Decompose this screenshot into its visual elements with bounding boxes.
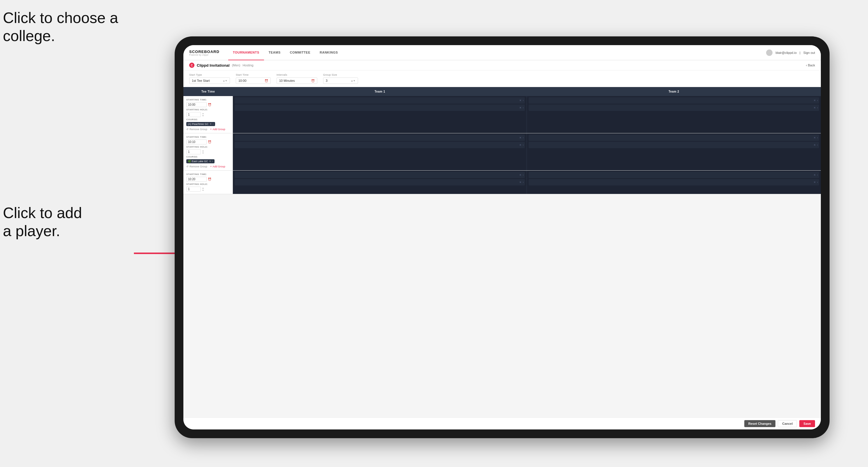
starting-hole-label-1: STARTING HOLE: bbox=[186, 108, 230, 111]
course-expand-1[interactable]: › bbox=[213, 123, 214, 125]
course-expand-2[interactable]: › bbox=[212, 160, 213, 163]
nav-committee[interactable]: COMMITTEE bbox=[285, 45, 315, 60]
nav-rankings[interactable]: RANKINGS bbox=[315, 45, 343, 60]
main-nav: TOURNAMENTS TEAMS COMMITTEE RANKINGS bbox=[228, 45, 767, 60]
starting-hole-field-2: ▲▼ bbox=[186, 149, 230, 154]
player-slot[interactable]: ✕ › bbox=[235, 172, 525, 178]
player-slot[interactable]: ✕ › bbox=[529, 134, 819, 141]
player-x-icon: ✕ bbox=[519, 136, 522, 139]
starting-hole-field-1: ▲▼ bbox=[186, 112, 230, 117]
player-expand-icon: › bbox=[523, 136, 524, 139]
back-button[interactable]: ‹ Back bbox=[806, 63, 815, 67]
player-expand-icon: › bbox=[817, 106, 818, 109]
player-slot[interactable]: ✕ › bbox=[529, 97, 819, 104]
group-actions-2: ↺ Remove Group + Add Group bbox=[186, 165, 230, 168]
course-remove-2[interactable]: ✕ bbox=[209, 160, 211, 163]
tournament-name: Clippd Invitational bbox=[197, 63, 230, 67]
group-size-group: Group Size 3 ▲▼ bbox=[323, 73, 358, 84]
player-x-icon: ✕ bbox=[813, 174, 816, 177]
nav-teams[interactable]: TEAMS bbox=[264, 45, 285, 60]
time-icon-2: ⏰ bbox=[208, 140, 211, 144]
tablet-screen: SCOREBOARD Powered by clippd TOURNAMENTS… bbox=[183, 45, 821, 430]
player-x-icon: ✕ bbox=[519, 181, 522, 184]
nav-tournaments[interactable]: TOURNAMENTS bbox=[228, 45, 264, 60]
start-time-label: Start Time bbox=[236, 73, 271, 76]
starting-hole-input-1[interactable] bbox=[186, 112, 201, 117]
row-left-1: STARTING TIME: ⏰ STARTING HOLE: ▲▼ COURS… bbox=[183, 96, 233, 133]
starting-time-label-3: STARTING TIME: bbox=[186, 173, 230, 176]
intervals-clock-icon: ⏰ bbox=[311, 79, 315, 83]
team1-cell-2: ✕ › ✕ › bbox=[233, 133, 527, 170]
player-slot[interactable]: ✕ › bbox=[529, 179, 819, 185]
starting-hole-label-2: STARTING HOLE: bbox=[186, 146, 230, 148]
intervals-select[interactable]: 10 Minutes ⏰ bbox=[277, 77, 317, 84]
time-icon-1: ⏰ bbox=[208, 103, 211, 106]
starting-time-field-1: ⏰ bbox=[186, 102, 230, 107]
form-area: Start Type 1st Tee Start ▲▼ Start Time 1… bbox=[183, 70, 821, 87]
team2-cell-1: ✕ › ✕ › bbox=[527, 96, 821, 133]
player-slot[interactable]: ✕ › bbox=[235, 97, 525, 104]
header-right: blair@clippd.io | Sign out bbox=[766, 50, 815, 56]
row-left-3: STARTING TIME: ⏰ STARTING HOLE: ▲▼ bbox=[183, 170, 233, 194]
add-group-btn-1[interactable]: + Add Group bbox=[210, 128, 225, 131]
th-tee-time: Tee Time bbox=[183, 87, 233, 96]
starting-hole-input-2[interactable] bbox=[186, 149, 201, 154]
player-x-icon: ✕ bbox=[813, 99, 816, 102]
pipe-divider: | bbox=[800, 51, 801, 55]
hole-stepper-3[interactable]: ▲▼ bbox=[202, 187, 204, 191]
cancel-button[interactable]: Cancel bbox=[778, 420, 797, 427]
player-slot[interactable]: ✕ › bbox=[529, 104, 819, 111]
sign-out-link[interactable]: Sign out bbox=[803, 51, 815, 55]
annotation-add-player: Click to add a player. bbox=[3, 204, 82, 240]
table-row: STARTING TIME: ⏰ STARTING HOLE: ▲▼ ✕ › bbox=[183, 170, 821, 194]
tournament-gender: (Men) bbox=[232, 63, 241, 67]
player-expand-icon: › bbox=[523, 181, 524, 184]
starting-time-input-1[interactable] bbox=[186, 102, 207, 107]
player-slot[interactable]: ✕ › bbox=[235, 179, 525, 185]
intervals-group: Intervals 10 Minutes ⏰ bbox=[277, 73, 317, 84]
player-slot[interactable]: ✕ › bbox=[235, 134, 525, 141]
player-slot[interactable]: ✕ › bbox=[529, 172, 819, 178]
hole-stepper-2[interactable]: ▲▼ bbox=[202, 150, 204, 154]
group-size-select[interactable]: 3 ▲▼ bbox=[323, 77, 358, 84]
hole-stepper-1[interactable]: ▲▼ bbox=[202, 113, 204, 117]
course-remove-1[interactable]: ✕ bbox=[210, 123, 212, 125]
start-type-select[interactable]: 1st Tee Start ▲▼ bbox=[189, 77, 230, 84]
course-tag-1[interactable]: (A) Peachtree GC ✕ › bbox=[186, 122, 215, 126]
logo-text: SCOREBOARD bbox=[189, 50, 219, 54]
start-time-group: Start Time 10:00 ⏰ bbox=[236, 73, 271, 84]
th-team2: Team 2 bbox=[527, 87, 821, 96]
team2-cell-3: ✕ › ✕ › bbox=[527, 170, 821, 194]
player-slot[interactable]: ✕ › bbox=[235, 142, 525, 148]
table-row: STARTING TIME: ⏰ STARTING HOLE: ▲▼ COURS… bbox=[183, 133, 821, 170]
starting-hole-input-3[interactable] bbox=[186, 187, 201, 192]
starting-time-field-2: ⏰ bbox=[186, 139, 230, 145]
player-slot[interactable]: ✕ › bbox=[529, 142, 819, 148]
save-button[interactable]: Save bbox=[799, 420, 815, 427]
starting-time-input-3[interactable] bbox=[186, 177, 207, 182]
logo-area: SCOREBOARD Powered by clippd bbox=[189, 50, 219, 56]
starting-time-input-2[interactable] bbox=[186, 139, 207, 145]
reset-changes-button[interactable]: Reset Changes bbox=[744, 420, 775, 427]
starting-time-label-2: STARTING TIME: bbox=[186, 136, 230, 138]
start-time-input[interactable]: 10:00 ⏰ bbox=[236, 77, 271, 84]
th-team1: Team 1 bbox=[233, 87, 527, 96]
remove-group-btn-1[interactable]: ↺ Remove Group bbox=[186, 128, 207, 131]
player-expand-icon: › bbox=[817, 136, 818, 139]
player-slot[interactable]: ✕ › bbox=[235, 104, 525, 111]
remove-group-btn-2[interactable]: ↺ Remove Group bbox=[186, 165, 207, 168]
course-label-1: COURSE: bbox=[186, 118, 230, 121]
player-expand-icon: › bbox=[523, 174, 524, 177]
player-x-icon: ✕ bbox=[519, 174, 522, 177]
add-group-btn-2[interactable]: + Add Group bbox=[210, 165, 225, 168]
player-expand-icon: › bbox=[523, 106, 524, 109]
course-tag-2[interactable]: 🌿 East Lake GC ✕ › bbox=[186, 159, 215, 163]
clock-icon: ⏰ bbox=[265, 79, 268, 83]
row-left-2: STARTING TIME: ⏰ STARTING HOLE: ▲▼ COURS… bbox=[183, 133, 233, 170]
clippd-logo-icon: C bbox=[189, 63, 194, 68]
player-x-icon: ✕ bbox=[813, 136, 816, 139]
table-header: Tee Time Team 1 Team 2 bbox=[183, 87, 821, 96]
player-expand-icon: › bbox=[817, 174, 818, 177]
tournament-title: C Clippd Invitational (Men) Hosting bbox=[189, 63, 253, 68]
sub-header: C Clippd Invitational (Men) Hosting ‹ Ba… bbox=[183, 60, 821, 70]
